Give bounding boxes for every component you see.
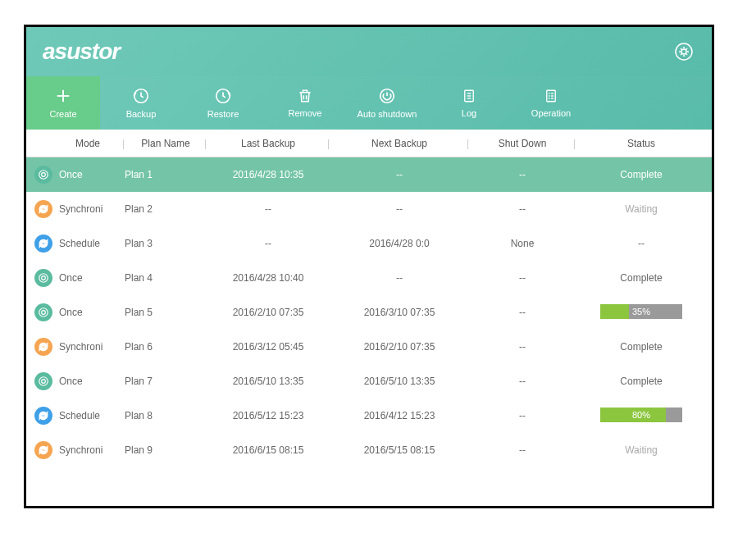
mode-text: Schedule (59, 410, 100, 421)
col-header-shut[interactable]: Shut Down (469, 138, 576, 149)
table-row[interactable]: OncePlan 12016/4/28 10:35----Complete (26, 157, 712, 192)
svg-point-25 (39, 377, 48, 386)
plan-name: Plan 5 (125, 307, 207, 318)
last-backup: 2016/3/12 05:45 (207, 341, 330, 353)
plan-name: Plan 9 (125, 444, 207, 456)
operation-label: Operation (531, 108, 571, 118)
progress-bar: 80% (600, 407, 682, 422)
once-mode-icon (34, 269, 52, 287)
table-row[interactable]: SchedulePlan 3--2016/4/28 0:0None-- (26, 226, 712, 261)
table-row[interactable]: OncePlan 72016/5/10 13:352016/5/10 13:35… (26, 364, 712, 398)
toolbar: Create Backup Restore Remove Auto shutdo… (26, 76, 712, 130)
next-backup: 2016/5/10 13:35 (330, 376, 469, 387)
next-backup: -- (330, 203, 469, 215)
table-row[interactable]: SchedulePlan 82016/5/12 15:232016/4/12 1… (26, 398, 712, 433)
settings-button[interactable] (672, 40, 695, 63)
backup-label: Backup (126, 109, 157, 119)
create-label: Create (49, 109, 76, 119)
shut-down: -- (469, 307, 576, 318)
svg-point-23 (39, 308, 48, 317)
restore-label: Restore (207, 109, 239, 119)
create-button[interactable]: Create (26, 76, 100, 130)
last-backup: 2016/5/12 15:23 (207, 410, 330, 421)
remove-button[interactable]: Remove (264, 76, 346, 130)
plan-name: Plan 8 (125, 410, 207, 421)
log-icon (462, 88, 476, 104)
col-header-next[interactable]: Next Backup (330, 138, 469, 149)
svg-point-22 (42, 311, 46, 315)
table-row[interactable]: OncePlan 42016/4/28 10:40----Complete (26, 261, 712, 295)
last-backup: -- (207, 203, 330, 215)
next-backup: 2016/4/12 15:23 (330, 410, 469, 421)
restore-button[interactable]: Restore (182, 76, 264, 130)
status-text: Waiting (625, 444, 658, 456)
last-backup: 2016/4/28 10:40 (207, 272, 330, 284)
last-backup: 2016/2/10 07:35 (207, 307, 330, 318)
mode-text: Synchroni (59, 203, 102, 215)
last-backup: -- (207, 238, 330, 249)
shut-down: -- (469, 169, 576, 180)
progress-bar: 35% (600, 304, 682, 319)
status-text: Complete (620, 341, 662, 353)
status-text: Complete (620, 272, 662, 284)
log-button[interactable]: Log (428, 76, 510, 130)
last-backup: 2016/4/28 10:35 (207, 169, 330, 180)
table-body: OncePlan 12016/4/28 10:35----CompleteSyn… (26, 157, 712, 467)
auto-shutdown-button[interactable]: Auto shutdown (346, 76, 428, 130)
progress-text: 35% (600, 304, 682, 319)
schedule-mode-icon (34, 234, 52, 253)
plan-name: Plan 2 (125, 203, 207, 215)
shut-down: -- (469, 203, 576, 215)
next-backup: 2016/3/10 07:35 (330, 307, 469, 318)
status-text: -- (638, 238, 645, 249)
next-backup: 2016/4/28 0:0 (330, 238, 469, 249)
table-row[interactable]: SynchroniPlan 2------Waiting (26, 192, 712, 226)
mode-text: Once (59, 307, 83, 318)
shut-down: -- (469, 410, 576, 421)
table-row[interactable]: SynchroniPlan 92016/6/15 08:152016/5/15 … (26, 433, 712, 467)
mode-text: Once (59, 376, 83, 387)
plan-name: Plan 7 (125, 376, 207, 387)
trash-icon (297, 88, 313, 104)
brand-logo: asustor (43, 39, 120, 65)
plan-name: Plan 3 (125, 238, 207, 249)
app-window: asustor Create Backup Restore Remove (24, 25, 714, 508)
gear-icon (674, 42, 694, 61)
mode-text: Once (59, 169, 83, 180)
last-backup: 2016/5/10 13:35 (207, 376, 330, 387)
restore-icon (214, 87, 232, 105)
status-text: Complete (620, 169, 662, 180)
operation-icon (544, 88, 558, 104)
col-header-mode[interactable]: Mode (26, 138, 125, 149)
plan-name: Plan 4 (125, 272, 207, 284)
last-backup: 2016/6/15 08:15 (207, 444, 330, 456)
auto-shutdown-label: Auto shutdown (358, 109, 417, 119)
shut-down: None (469, 238, 576, 249)
mode-text: Synchroni (59, 444, 102, 456)
table-row[interactable]: SynchroniPlan 62016/3/12 05:452016/2/10 … (26, 330, 712, 364)
col-header-status[interactable]: Status (576, 138, 707, 149)
power-icon (378, 87, 396, 105)
once-mode-icon (34, 166, 52, 184)
mode-text: Synchroni (59, 341, 102, 353)
log-label: Log (462, 108, 476, 118)
next-backup: -- (330, 169, 469, 180)
next-backup: 2016/2/10 07:35 (330, 341, 469, 353)
mode-text: Schedule (59, 238, 100, 249)
table-header: Mode Plan Name Last Backup Next Backup S… (26, 130, 712, 157)
progress-text: 80% (600, 407, 682, 422)
col-header-last[interactable]: Last Backup (207, 138, 330, 149)
next-backup: 2016/5/15 08:15 (330, 444, 469, 456)
schedule-mode-icon (34, 407, 52, 425)
backup-button[interactable]: Backup (100, 76, 182, 130)
svg-point-1 (681, 49, 686, 54)
operation-button[interactable]: Operation (510, 76, 592, 130)
app-header: asustor (26, 27, 712, 76)
synchroni-mode-icon (34, 200, 52, 218)
col-header-plan[interactable]: Plan Name (125, 138, 207, 149)
next-backup: -- (330, 272, 469, 284)
mode-text: Once (59, 272, 83, 284)
backup-icon (132, 87, 150, 105)
remove-label: Remove (289, 108, 322, 118)
table-row[interactable]: OncePlan 52016/2/10 07:352016/3/10 07:35… (26, 295, 712, 330)
